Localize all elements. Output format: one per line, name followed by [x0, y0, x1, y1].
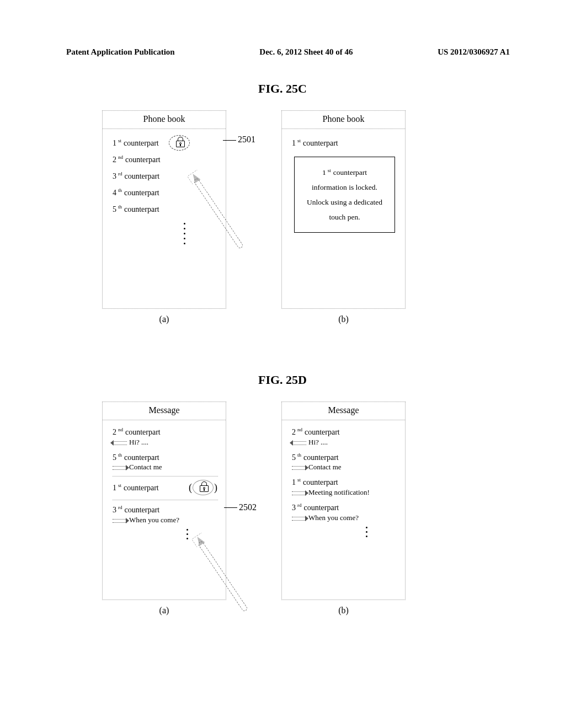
sub-caption-b: (b)	[338, 606, 349, 615]
message-item-5th[interactable]: 5thcounterpart Contact me	[292, 451, 397, 473]
figure-25c-a: Phone book 1stcounterpart 2ndcoun	[102, 110, 226, 324]
message-item-1st[interactable]: 1stcounterpart Meeting notification!	[292, 476, 397, 498]
header-right: US 2012/0306927 A1	[438, 47, 510, 57]
phone-frame: Message 2ndcounterpart Hi? .... 5thcount…	[281, 402, 406, 600]
info-line-4: touch pen.	[300, 210, 389, 224]
message-sender: 2ndcounterpart	[292, 427, 397, 437]
contact-label: 1stcounterpart	[113, 138, 159, 148]
message-item-2nd[interactable]: 2ndcounterpart Hi? ....	[292, 426, 397, 448]
info-line-1: 1stcounterpart	[300, 165, 389, 180]
figure-25d-title: FIG. 25D	[0, 373, 565, 387]
message-preview: Contact me	[292, 463, 397, 472]
figure-25c-b: Phone book 1stcounterpart 1stcounterpart…	[281, 110, 406, 324]
info-line-2: information is locked.	[300, 180, 389, 195]
sub-caption-a: (a)	[159, 314, 169, 324]
figure-25d-b: Message 2ndcounterpart Hi? .... 5thcount…	[281, 402, 406, 615]
message-preview: Hi? ....	[292, 438, 397, 447]
message-item-5th[interactable]: 5thcounterpart Contact me	[113, 451, 218, 473]
message-sender: 3rdcounterpart	[113, 505, 218, 515]
reference-number-2502: 2502	[239, 502, 257, 512]
arrow-right-icon	[292, 516, 306, 521]
arrow-right-icon	[113, 518, 127, 523]
figure-25d: Message 2ndcounterpart Hi? .... 5thcount…	[102, 402, 406, 615]
stylus-icon	[184, 154, 262, 243]
arrow-left-icon	[292, 441, 306, 445]
message-preview: When you come?	[292, 513, 397, 522]
paren-right: )	[214, 483, 217, 493]
arrow-left-icon	[113, 441, 127, 445]
phone-frame: Message 2ndcounterpart Hi? .... 5thcount…	[102, 402, 226, 600]
page-header: Patent Application Publication Dec. 6, 2…	[66, 47, 510, 57]
lock-marker	[193, 480, 214, 495]
message-sender: 3rdcounterpart	[292, 502, 397, 512]
message-preview: Hi? ....	[113, 438, 218, 447]
contact-label: 4thcounterpart	[113, 188, 159, 197]
reference-number-2501: 2501	[238, 135, 255, 144]
lock-marker	[169, 135, 190, 151]
contact-label: 5thcounterpart	[113, 204, 159, 214]
contact-item-1[interactable]: 1stcounterpart	[113, 135, 218, 151]
reference-leader	[223, 140, 236, 141]
app-title: Phone book	[282, 111, 405, 129]
message-item-2nd[interactable]: 2ndcounterpart Hi? ....	[113, 426, 218, 448]
ellipsis-icon	[336, 527, 397, 537]
info-line-3: Unlock using a dedicated	[300, 195, 389, 210]
stylus-icon	[189, 517, 266, 606]
phonebook-detail: 1stcounterpart 1stcounterpart informatio…	[282, 129, 405, 307]
figure-25c-title: FIG. 25C	[0, 82, 565, 96]
paren-left: (	[189, 483, 192, 493]
figure-25d-a: Message 2ndcounterpart Hi? .... 5thcount…	[102, 402, 226, 615]
lock-icon	[175, 137, 187, 149]
app-title: Message	[103, 402, 226, 420]
phonebook-list: 1stcounterpart 2ndcounterpart	[103, 129, 226, 307]
message-sender: 1stcounterpart	[113, 483, 159, 493]
phone-frame: Phone book 1stcounterpart 1stcounterpart…	[281, 110, 406, 309]
message-list: 2ndcounterpart Hi? .... 5thcounterpart C…	[103, 420, 226, 598]
contact-label: 2ndcounterpart	[113, 154, 161, 164]
selected-contact: 1stcounterpart	[292, 135, 397, 151]
arrow-right-icon	[292, 491, 306, 495]
message-sender: 5thcounterpart	[292, 452, 397, 462]
phone-frame: Phone book 1stcounterpart 2ndcoun	[102, 110, 226, 309]
app-title: Phone book	[103, 111, 226, 129]
message-sender: 2ndcounterpart	[113, 427, 218, 437]
header-left: Patent Application Publication	[66, 47, 175, 57]
message-item-1st-locked[interactable]: 1stcounterpart ( )	[113, 476, 218, 500]
arrow-right-icon	[113, 465, 127, 470]
message-item-3rd[interactable]: 3rdcounterpart When you come?	[292, 501, 397, 523]
lock-group: ( )	[188, 480, 218, 495]
figure-25c: Phone book 1stcounterpart 2ndcoun	[102, 110, 406, 324]
message-sender: 5thcounterpart	[113, 452, 218, 462]
app-title: Message	[282, 402, 405, 420]
header-center: Dec. 6, 2012 Sheet 40 of 46	[259, 47, 353, 57]
contact-label: 1stcounterpart	[292, 138, 338, 148]
message-list: 2ndcounterpart Hi? .... 5thcounterpart C…	[282, 420, 405, 598]
arrow-right-icon	[292, 465, 306, 470]
message-sender: 1stcounterpart	[292, 477, 397, 487]
sub-caption-a: (a)	[159, 606, 169, 615]
lock-icon	[199, 481, 211, 494]
message-preview: Meeting notification!	[292, 488, 397, 497]
reference-leader	[224, 507, 237, 508]
locked-info-dialog: 1stcounterpart information is locked. Un…	[294, 157, 395, 233]
sub-caption-b: (b)	[338, 314, 349, 324]
message-preview: Contact me	[113, 463, 218, 472]
contact-label: 3rdcounterpart	[113, 171, 159, 181]
